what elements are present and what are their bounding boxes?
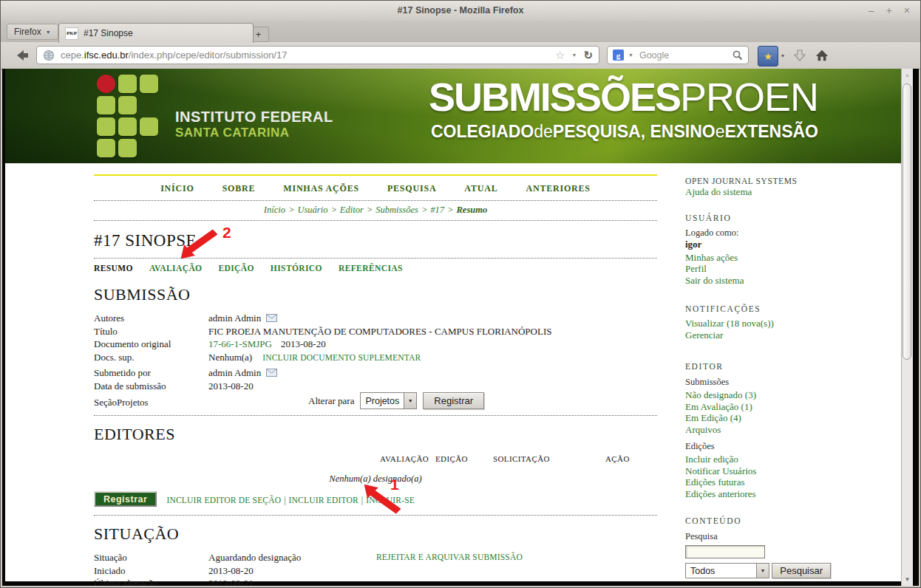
logged-as-label: Logado como: bbox=[685, 228, 896, 239]
field-value: admin Admin bbox=[208, 312, 261, 325]
sidebar-pesquisa-label: Pesquisa bbox=[685, 531, 896, 542]
reload-icon[interactable]: ↻ bbox=[583, 49, 593, 62]
sidebar-logout-link[interactable]: Sair do sistema bbox=[685, 276, 896, 286]
sidebar-notificar-usuarios-link[interactable]: Notificar Usuários bbox=[685, 466, 896, 476]
search-input[interactable] bbox=[638, 49, 728, 61]
nav-item-anteriores[interactable]: ANTERIORES bbox=[526, 183, 590, 194]
page-viewport: INSTITUTO FEDERAL SANTA CATARINA SUBMISS… bbox=[2, 69, 919, 586]
sidebar-scope-select[interactable]: Todos ▼ bbox=[685, 563, 769, 578]
add-editor-link[interactable]: INCLUIR EDITOR bbox=[289, 496, 358, 505]
sidebar-incluir-edicao-link[interactable]: Incluir edição bbox=[685, 454, 896, 465]
search-bar[interactable]: g ▼ bbox=[607, 46, 749, 64]
annotation-label-2: 2 bbox=[222, 224, 231, 242]
scrollbar-thumb[interactable] bbox=[903, 83, 911, 360]
ifsc-logo-icon bbox=[97, 75, 158, 157]
sidebar-edicoes-anteriores-link[interactable]: Edições anteriores bbox=[685, 489, 896, 499]
scroll-down-icon[interactable]: ▼ bbox=[902, 576, 913, 583]
url-prefix: cepe. bbox=[61, 49, 84, 61]
banner-title: SUBMISSÕESPROEN COLEGIADOdePESQUISA, ENS… bbox=[429, 76, 818, 142]
nav-item-atual[interactable]: ATUAL bbox=[464, 183, 497, 194]
submission-tab-resumo[interactable]: RESUMO bbox=[94, 264, 133, 273]
sidebar-search-input[interactable] bbox=[685, 545, 765, 558]
breadcrumb-inicio[interactable]: Início bbox=[264, 205, 285, 215]
breadcrumb-submissoes[interactable]: Submissões bbox=[375, 205, 418, 215]
situacao-row: Última alteração 2013-08-21 bbox=[94, 577, 657, 586]
search-icon[interactable] bbox=[733, 50, 743, 61]
breadcrumb-separator: > bbox=[447, 205, 453, 215]
bookmarks-button[interactable]: ★ bbox=[758, 46, 778, 66]
engine-dropdown-icon[interactable]: ▼ bbox=[628, 52, 633, 58]
minimize-button[interactable]: – bbox=[869, 4, 874, 16]
reject-archive-link[interactable]: REJEITAR E ARQUIVAR SUBMISSÃO bbox=[376, 551, 523, 564]
tab-bar: Firefox ▼ PKP #17 Sinopse + bbox=[1, 21, 920, 43]
sidebar-pesquisar-button[interactable]: Pesquisar bbox=[772, 563, 831, 578]
breadcrumb-separator: > bbox=[367, 205, 373, 215]
email-icon[interactable] bbox=[266, 369, 277, 377]
home-icon bbox=[815, 48, 829, 63]
add-section-editor-link[interactable]: INCLUIR EDITOR DE SEÇÃO bbox=[166, 496, 281, 505]
pkp-favicon-icon: PKP bbox=[65, 27, 78, 40]
maximize-button[interactable]: + bbox=[886, 4, 892, 16]
sidebar-minhas-acoes-link[interactable]: Minhas ações bbox=[685, 253, 896, 263]
back-button[interactable] bbox=[13, 47, 30, 64]
situacao-row: Situação Aguardando designação REJEITAR … bbox=[94, 551, 657, 564]
file-date: 2013-08-20 bbox=[281, 338, 326, 351]
scroll-up-icon[interactable]: ▲ bbox=[902, 72, 913, 78]
sidebar-view-notifications-link[interactable]: Visualizar (18 nova(s)) bbox=[685, 318, 896, 329]
field-row-titulo: Título FIC PROEJA MANUTENÇÃO DE COMPUTAD… bbox=[94, 325, 657, 338]
nav-item-inicio[interactable]: INÍCIO bbox=[160, 183, 194, 194]
sidebar-em-avaliacao-link[interactable]: Em Avaliação (1) bbox=[685, 402, 896, 412]
sidebar-edicoes-futuras-link[interactable]: Edições futuras bbox=[685, 477, 896, 488]
browser-tab[interactable]: PKP #17 Sinopse bbox=[58, 23, 254, 43]
add-supplementary-file-link[interactable]: INCLUIR DOCUMENTO SUPLEMENTAR bbox=[262, 352, 421, 365]
section-select[interactable]: Projetos ▼ bbox=[360, 392, 417, 409]
ifsc-logo-text: INSTITUTO FEDERAL SANTA CATARINA bbox=[175, 109, 333, 140]
vertical-scrollbar[interactable]: ▲ ▼ bbox=[901, 69, 913, 586]
breadcrumb: Início>Usuário>Editor>Submissões>#17>Res… bbox=[94, 200, 657, 221]
bookmarks-dropdown-icon[interactable]: ▼ bbox=[778, 46, 787, 65]
google-engine-icon[interactable]: g bbox=[613, 49, 624, 61]
nav-item-sobre[interactable]: SOBRE bbox=[222, 183, 256, 194]
firefox-menu-button[interactable]: Firefox ▼ bbox=[7, 24, 58, 40]
home-button[interactable] bbox=[812, 46, 832, 65]
url-dropdown-icon[interactable]: ▼ bbox=[571, 52, 577, 58]
nav-item-pesquisa[interactable]: PESQUISA bbox=[387, 183, 436, 194]
sidebar-ojs-title: OPEN JOURNAL SYSTEMS bbox=[685, 177, 896, 185]
nav-item-minhas-acoes[interactable]: MINHAS AÇÕES bbox=[283, 183, 359, 194]
breadcrumb-17[interactable]: #17 bbox=[430, 205, 444, 215]
email-icon[interactable] bbox=[266, 314, 277, 322]
sidebar-select-value: Todos bbox=[686, 564, 726, 578]
field-label: Título bbox=[94, 325, 208, 338]
banner-title-main: SUBMISSÕESPROEN bbox=[429, 76, 818, 118]
sidebar-em-edicao-link[interactable]: Em Edição (4) bbox=[685, 413, 896, 423]
situacao-row: Iniciado 2013-08-20 bbox=[94, 564, 657, 578]
sidebar-nao-designado-link[interactable]: Não designado (3) bbox=[685, 390, 896, 400]
registrar-section-button[interactable]: Registrar bbox=[423, 392, 484, 409]
back-arrow-icon bbox=[13, 47, 30, 64]
sidebar-manage-notifications-link[interactable]: Gerenciar bbox=[685, 330, 896, 341]
submission-tab-referencias[interactable]: REFERÊNCIAS bbox=[339, 264, 403, 273]
sidebar-conteudo-title: CONTEÚDO bbox=[685, 516, 896, 525]
column-solicitacao: SOLICITAÇÃO bbox=[493, 454, 550, 463]
breadcrumb-separator: > bbox=[330, 205, 336, 215]
registrar-editores-button[interactable]: Registrar bbox=[94, 491, 157, 507]
sidebar-submissoes-label: Submissões bbox=[685, 377, 896, 388]
sidebar-help-link[interactable]: Ajuda do sistema bbox=[685, 187, 896, 197]
banner-subtitle: COLEGIADOdePESQUISA, ENSINOeEXTENSÃO bbox=[429, 122, 818, 142]
sidebar-perfil-link[interactable]: Perfil bbox=[685, 264, 896, 274]
section-heading-submissao: SUBMISSÃO bbox=[94, 285, 657, 304]
breadcrumb-editor[interactable]: Editor bbox=[340, 205, 364, 215]
url-bar[interactable]: cepe.ifsc.edu.br/index.php/cepe/editor/s… bbox=[36, 46, 599, 64]
window-title: #17 Sinopse - Mozilla Firefox bbox=[1, 5, 920, 16]
downloads-button[interactable] bbox=[790, 46, 809, 65]
sidebar-user-title: USUÁRIO bbox=[685, 213, 896, 222]
original-file-link[interactable]: 17-66-1-SMJPG bbox=[208, 338, 272, 351]
bookmark-star-icon[interactable]: ☆ bbox=[555, 49, 565, 62]
close-button[interactable]: × bbox=[904, 4, 910, 16]
field-value: admin Admin bbox=[208, 366, 261, 380]
submission-tab-historico[interactable]: HISTÓRICO bbox=[271, 264, 322, 273]
breadcrumb-usuario[interactable]: Usuário bbox=[297, 205, 327, 215]
section-heading-editores: EDITORES bbox=[94, 425, 657, 444]
sidebar-arquivos-link[interactable]: Arquivos bbox=[685, 425, 896, 435]
sidebar-notifications-title: NOTIFICAÇÕES bbox=[685, 304, 896, 313]
